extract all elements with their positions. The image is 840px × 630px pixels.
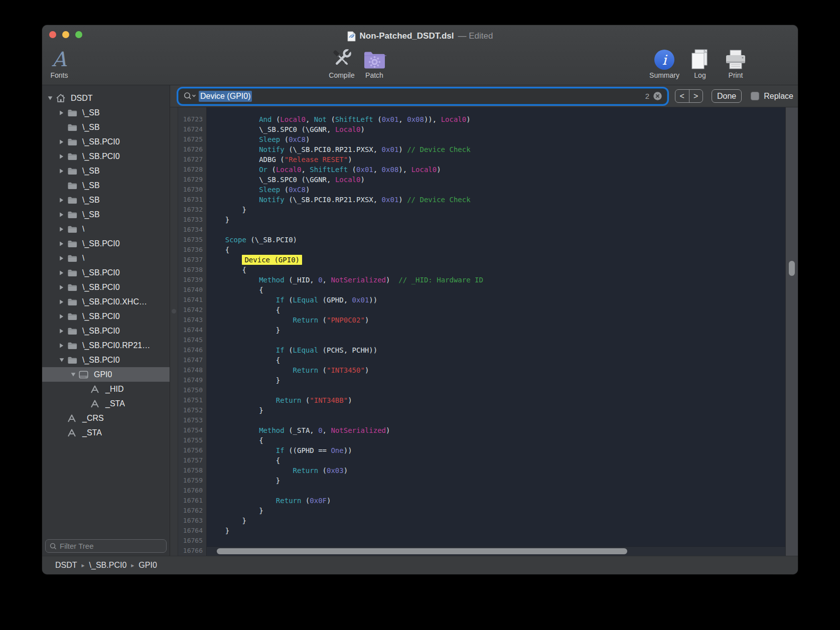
toolbar-label: Print (729, 71, 743, 79)
code-line-16726: Notify (\_SB.PCI0.RP21.PXSX, 0x01) // De… (208, 144, 785, 154)
sidebar-item-sbpci0rp21[interactable]: \_SB.PCI0.RP21… (42, 338, 170, 353)
sidebar-item-[interactable]: \ (42, 251, 170, 265)
sidebar-item-gpi0[interactable]: GPI0 (42, 367, 170, 382)
toolbar-button-log[interactable]: Log (683, 45, 717, 79)
window-title: Non-Patched_DSDT.dsl — Edited (347, 31, 493, 42)
code-line-16728: Or (Local0, ShiftLeft (0x01, 0x08), Loca… (208, 165, 785, 175)
folder-icon (67, 254, 77, 262)
toolbar-button-fonts[interactable]: AFonts (44, 45, 74, 79)
find-next-button[interactable]: > (689, 90, 703, 102)
sidebar-item-sbpci0[interactable]: \_SB.PCI0 (42, 280, 170, 294)
folder-icon (67, 182, 77, 190)
disclosure-right-icon (59, 168, 64, 174)
vertical-scrollbar-thumb[interactable] (789, 261, 795, 276)
filter-tree-input[interactable] (60, 542, 162, 550)
method-icon (67, 429, 76, 437)
sidebar-item-sbpci0[interactable]: \_SB.PCI0 (42, 265, 170, 280)
main-pane: Device (GPI0) 2 < > Done Replace 1672316 (170, 85, 798, 556)
sidebar-item-dsdt[interactable]: DSDT (42, 91, 170, 105)
code-line-16741: If (LEqual (GPHD, 0x01)) (208, 295, 785, 305)
tree-item-label: \_SB (80, 167, 100, 176)
toolbar: AFonts CompilePatch iSummaryLogPrint (42, 43, 798, 85)
pane-splitter[interactable] (170, 107, 178, 556)
home-icon (56, 94, 66, 102)
line-number-gutter: 1672316724167251672616727167281672916730… (178, 107, 207, 556)
code-line-16735: Scope (\_SB.PCI0) (208, 235, 785, 245)
find-previous-button[interactable]: < (675, 90, 689, 102)
done-button[interactable]: Done (712, 89, 742, 103)
breadcrumb-item-sbpci0[interactable]: \_SB.PCI0 (89, 561, 127, 570)
toolbar-button-print[interactable]: Print (719, 45, 752, 79)
replace-label: Replace (764, 92, 793, 101)
horizontal-scrollbar-thumb[interactable] (217, 548, 627, 554)
titlebar: Non-Patched_DSDT.dsl — Edited (42, 25, 798, 43)
tree-item-label: \_SB.PCI0 (80, 268, 120, 277)
sidebar-item-sb[interactable]: \_SB (42, 164, 170, 178)
code-line-16729: \_SB.SPC0 (\GGNR, Local0) (208, 175, 785, 185)
vertical-scrollbar-track[interactable] (785, 107, 798, 556)
code-line-16759: } (208, 476, 785, 486)
toolbar-label: Compile (329, 71, 354, 79)
clear-search-icon[interactable] (653, 91, 662, 101)
code-area[interactable]: And (Local0, Not (ShiftLeft (0x01, 0x08)… (207, 107, 785, 556)
toolbar-label: Summary (649, 71, 679, 79)
compile-icon (330, 47, 353, 70)
match-count: 2 (645, 92, 649, 100)
folder-icon (67, 211, 77, 219)
toolbar-button-patch[interactable]: Patch (359, 45, 389, 79)
tree-item-label: _STA (80, 428, 102, 437)
sidebar-item-sbpci0[interactable]: \_SB.PCI0 (42, 134, 170, 149)
disclosure-right-icon (59, 343, 64, 349)
toolbar-label: Fonts (50, 71, 68, 79)
disclosure-right-icon (59, 110, 64, 116)
code-line-16763: } (208, 516, 785, 526)
minimize-button[interactable] (62, 31, 69, 38)
tree-item-label: \_SB (80, 210, 100, 219)
filter-tree-field[interactable] (45, 539, 167, 553)
folder-icon (67, 138, 77, 146)
breadcrumb-item-gpi0[interactable]: GPI0 (138, 561, 157, 570)
window-header: Non-Patched_DSDT.dsl — Edited AFonts Com… (42, 25, 798, 85)
tree-item-label: _STA (103, 399, 125, 408)
search-icon (50, 543, 57, 550)
sidebar-item-sb[interactable]: \_SB (42, 207, 170, 222)
sidebar-item-hid[interactable]: _HID (42, 382, 170, 396)
horizontal-scrollbar-track[interactable] (207, 546, 785, 556)
tree-item-label: \_SB.PCI0 (80, 312, 120, 321)
sidebar-item-sbpci0[interactable]: \_SB.PCI0 (42, 324, 170, 338)
tree-item-label: _HID (103, 385, 123, 394)
toolbar-label: Log (694, 71, 706, 79)
disclosure-right-icon (59, 212, 64, 218)
disclosure-right-icon (59, 299, 64, 305)
replace-checkbox[interactable] (751, 92, 759, 100)
disclosure-right-icon (59, 139, 64, 145)
find-input[interactable]: Device (GPI0) 2 (179, 89, 667, 104)
toolbar-button-summary[interactable]: iSummary (648, 45, 681, 79)
sidebar-item-sb[interactable]: \_SB (42, 105, 170, 120)
sidebar-item-[interactable]: \ (42, 222, 170, 236)
sidebar-item-sb[interactable]: \_SB (42, 193, 170, 207)
maciasl-window: Non-Patched_DSDT.dsl — Edited AFonts Com… (42, 25, 798, 574)
sidebar-item-sbpci0[interactable]: \_SB.PCI0 (42, 353, 170, 367)
sidebar-item-sbpci0[interactable]: \_SB.PCI0 (42, 149, 170, 164)
sidebar-item-sbpci0[interactable]: \_SB.PCI0 (42, 236, 170, 251)
code-line-16764: } (208, 526, 785, 536)
code-line-16753 (208, 415, 785, 425)
sidebar-item-sta[interactable]: _STA (42, 425, 170, 440)
edited-badge: — Edited (458, 31, 493, 41)
toolbar-button-compile[interactable]: Compile (327, 45, 357, 79)
sidebar-item-sbpci0xhc[interactable]: \_SB.PCI0.XHC… (42, 294, 170, 309)
zoom-button[interactable] (75, 31, 82, 38)
code-line-16724: \_SB.SPC0 (\GGNR, Local0) (208, 124, 785, 134)
folder-icon (67, 225, 77, 233)
breadcrumb-item-dsdt[interactable]: DSDT (55, 561, 77, 570)
sidebar-item-sb[interactable]: \_SB (42, 120, 170, 134)
tree-item-label: \_SB.PCI0 (80, 283, 120, 292)
sidebar-item-sta[interactable]: _STA (42, 396, 170, 411)
sidebar-item-sb[interactable]: \_SB (42, 178, 170, 193)
sidebar-item-crs[interactable]: _CRS (42, 411, 170, 425)
search-menu-icon[interactable] (183, 92, 196, 100)
sidebar-item-sbpci0[interactable]: \_SB.PCI0 (42, 309, 170, 324)
close-button[interactable] (49, 31, 56, 38)
code-line-16752: } (208, 405, 785, 415)
